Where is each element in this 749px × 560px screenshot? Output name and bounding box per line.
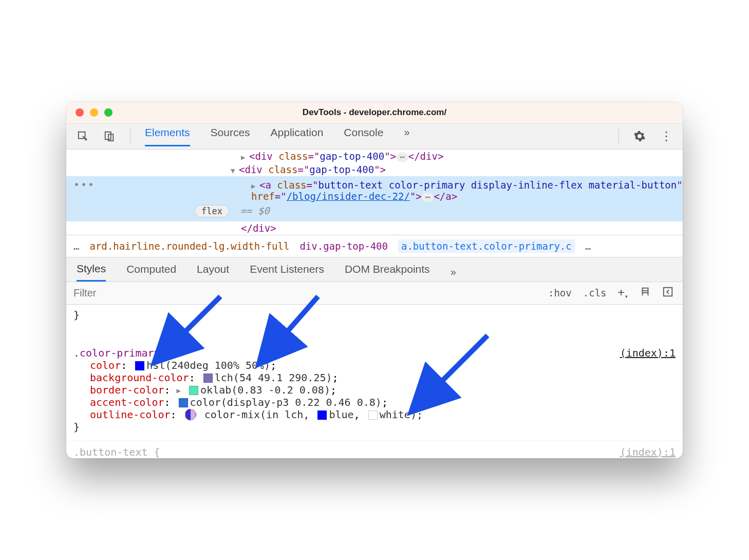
computed-sidebar-icon[interactable]: [662, 286, 673, 300]
dom-tree: ▶<div class="gap-top-400">⋯</div> ▼<div …: [66, 150, 683, 235]
cutoff-rule: .button-text { (index):1: [66, 440, 683, 458]
css-declaration[interactable]: border-color: ▶ oklab(0.83 -0.2 0.08);: [73, 384, 676, 396]
subtab-computed[interactable]: Computed: [126, 263, 176, 281]
source-link[interactable]: (index):1: [620, 347, 676, 359]
close-icon[interactable]: [76, 108, 84, 117]
tab-sources[interactable]: Sources: [211, 126, 250, 146]
subtab-layout[interactable]: Layout: [197, 263, 229, 281]
crumb-item[interactable]: div.gap-top-400: [299, 240, 388, 252]
cls-toggle[interactable]: .cls: [583, 287, 607, 298]
tree-row[interactable]: ▼<div class="gap-top-400">: [66, 163, 683, 176]
kebab-icon[interactable]: ⋮: [660, 130, 672, 142]
breadcrumb: … ard.hairline.rounded-lg.width-full div…: [66, 235, 683, 257]
more-subtabs-icon[interactable]: »: [451, 266, 454, 278]
subtab-styles[interactable]: Styles: [77, 263, 106, 282]
divider: [130, 128, 130, 144]
tab-application[interactable]: Application: [271, 126, 324, 146]
panel-tabs: Elements Sources Application Console »: [145, 126, 604, 146]
color-format-icon[interactable]: [640, 286, 651, 300]
crumb-item-current[interactable]: a.button-text.color-primary.c: [398, 239, 575, 253]
subtab-dom-breakpoints[interactable]: DOM Breakpoints: [345, 263, 430, 281]
css-declaration[interactable]: accent-color: color(display-p3 0.22 0.46…: [73, 396, 676, 408]
css-declaration[interactable]: color: hsl(240deg 100% 50%);: [73, 359, 676, 371]
more-tabs-icon[interactable]: »: [404, 126, 407, 146]
subtab-event-listeners[interactable]: Event Listeners: [250, 263, 324, 281]
color-swatch-icon[interactable]: [135, 361, 144, 370]
crumb-item[interactable]: ard.hairline.rounded-lg.width-full: [89, 240, 289, 252]
css-declaration[interactable]: outline-color: color-mix(in lch, blue, w…: [73, 408, 676, 421]
color-swatch-icon[interactable]: [179, 398, 188, 407]
styles-tabs: Styles Computed Layout Event Listeners D…: [66, 257, 683, 282]
inspect-icon[interactable]: [77, 130, 89, 142]
brace-close: }: [73, 309, 676, 321]
gear-icon[interactable]: [633, 130, 646, 142]
tab-elements[interactable]: Elements: [145, 126, 190, 146]
selected-element-row[interactable]: ••• ▶<a class="button-text color-primary…: [66, 176, 683, 221]
ellipsis-badge[interactable]: ⋯: [396, 153, 408, 162]
context-dots-icon[interactable]: •••: [73, 178, 95, 191]
divider: [619, 128, 619, 144]
titlebar: DevTools - developer.chrome.com/: [66, 102, 683, 124]
new-rule-icon[interactable]: +▾: [618, 286, 628, 300]
tab-console[interactable]: Console: [344, 126, 383, 146]
filter-input[interactable]: [66, 282, 548, 304]
ellipsis-badge[interactable]: ⋯: [422, 193, 434, 202]
hov-toggle[interactable]: :hov: [548, 287, 572, 298]
brace-close: }: [73, 421, 676, 433]
crumb-ellipsis[interactable]: …: [585, 240, 591, 252]
rule-selector[interactable]: .color-primary { (index):1: [73, 347, 676, 359]
device-toggle-icon[interactable]: [103, 130, 116, 142]
crumb-ellipsis[interactable]: …: [73, 240, 79, 252]
color-swatch-icon[interactable]: [203, 374, 213, 383]
main-toolbar: Elements Sources Application Console » ⋮: [66, 124, 683, 150]
tree-row[interactable]: </div>: [66, 221, 683, 235]
devtools-window: DevTools - developer.chrome.com/ Element…: [66, 102, 683, 458]
tree-row[interactable]: ▶<div class="gap-top-400">⋯</div>: [66, 150, 683, 163]
filter-row: :hov .cls +▾: [66, 282, 683, 305]
traffic-lights: [76, 108, 113, 117]
minimize-icon[interactable]: [90, 108, 98, 117]
styles-pane: } .color-primary { (index):1 color: hsl(…: [66, 305, 683, 440]
expand-tri-icon[interactable]: ▶: [177, 386, 181, 395]
color-mix-swatch-icon[interactable]: [185, 409, 196, 420]
svg-rect-3: [664, 288, 672, 296]
console-ref: == $0: [240, 205, 269, 216]
window-title: DevTools - developer.chrome.com/: [303, 107, 446, 118]
zoom-icon[interactable]: [104, 108, 113, 117]
css-declaration[interactable]: background-color: lch(54 49.1 290.25);: [73, 371, 676, 384]
color-swatch-icon[interactable]: [317, 410, 327, 420]
color-swatch-icon[interactable]: [368, 410, 378, 420]
flex-badge[interactable]: flex: [195, 205, 229, 217]
color-swatch-icon[interactable]: [189, 386, 198, 395]
